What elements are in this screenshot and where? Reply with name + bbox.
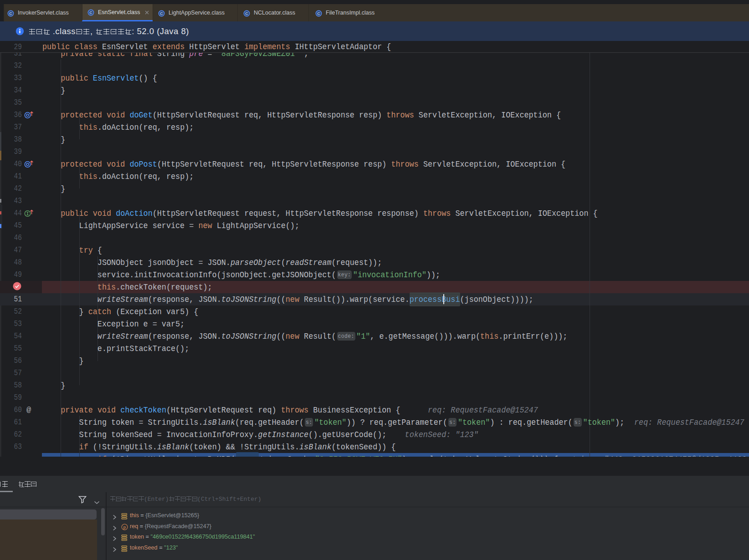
svg-text:C: C	[89, 10, 92, 15]
svg-text:C: C	[160, 11, 163, 15]
svg-text:C: C	[245, 11, 248, 15]
svg-text:C: C	[317, 11, 320, 15]
svg-text:C: C	[9, 11, 12, 15]
svg-text:p: p	[123, 524, 126, 529]
